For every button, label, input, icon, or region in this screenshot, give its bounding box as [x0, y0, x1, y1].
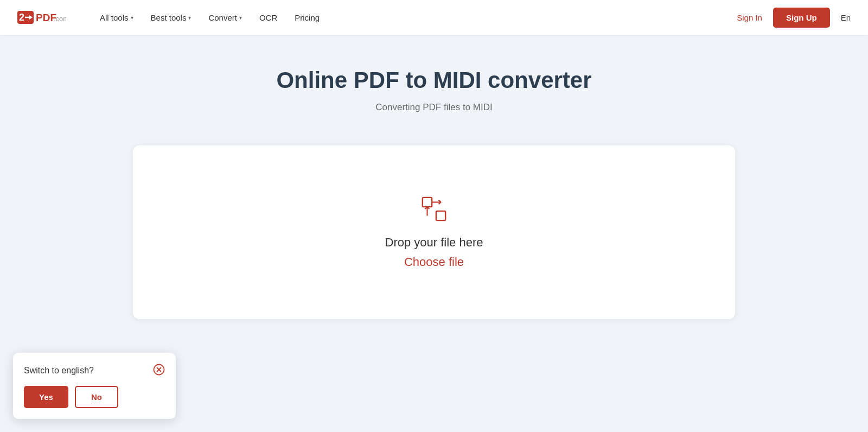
- choose-file-button[interactable]: Choose file: [404, 255, 464, 269]
- yes-button[interactable]: Yes: [24, 386, 68, 408]
- nav-label-pricing: Pricing: [295, 13, 320, 22]
- dialog-header: Switch to english?: [24, 364, 165, 377]
- nav-item-all-tools[interactable]: All tools ▾: [92, 9, 141, 27]
- svg-text:.com: .com: [54, 15, 66, 23]
- convert-icon: [420, 195, 448, 225]
- page-title: Online PDF to MIDI converter: [276, 67, 591, 93]
- sign-up-button[interactable]: Sign Up: [773, 8, 830, 28]
- nav-item-pricing[interactable]: Pricing: [287, 9, 327, 27]
- chevron-down-icon: ▾: [188, 15, 191, 21]
- svg-rect-7: [436, 211, 445, 220]
- main-nav: All tools ▾ Best tools ▾ Convert ▾ OCR P…: [92, 9, 737, 27]
- no-button[interactable]: No: [75, 386, 118, 408]
- svg-text:2: 2: [19, 12, 24, 23]
- nav-label-all-tools: All tools: [100, 13, 129, 22]
- header: 2 PDF .com All tools ▾ Best tools ▾ Conv…: [0, 0, 868, 35]
- drop-zone-card: Drop your file here Choose file: [133, 145, 735, 319]
- close-circle-icon: [153, 364, 165, 376]
- drop-text: Drop your file here: [385, 236, 483, 250]
- nav-item-ocr[interactable]: OCR: [252, 9, 285, 27]
- header-right: Sign In Sign Up En: [737, 8, 851, 28]
- chevron-down-icon: ▾: [239, 15, 242, 21]
- svg-rect-6: [423, 198, 432, 207]
- main-content: Online PDF to MIDI converter Converting …: [0, 35, 868, 319]
- sign-in-button[interactable]: Sign In: [737, 13, 762, 22]
- nav-label-ocr: OCR: [259, 13, 277, 22]
- nav-item-convert[interactable]: Convert ▾: [201, 9, 250, 27]
- close-dialog-button[interactable]: [153, 364, 165, 377]
- language-selector[interactable]: En: [841, 13, 851, 22]
- dialog-title: Switch to english?: [24, 366, 94, 376]
- nav-label-best-tools: Best tools: [151, 13, 187, 22]
- switch-language-dialog: Switch to english? Yes No: [13, 353, 176, 419]
- logo-image: 2 PDF .com: [17, 8, 66, 27]
- dialog-buttons: Yes No: [24, 386, 165, 408]
- chevron-down-icon: ▾: [131, 15, 133, 21]
- nav-label-convert: Convert: [208, 13, 237, 22]
- nav-item-best-tools[interactable]: Best tools ▾: [143, 9, 199, 27]
- page-subtitle: Converting PDF files to MIDI: [375, 102, 492, 113]
- logo[interactable]: 2 PDF .com: [17, 8, 66, 27]
